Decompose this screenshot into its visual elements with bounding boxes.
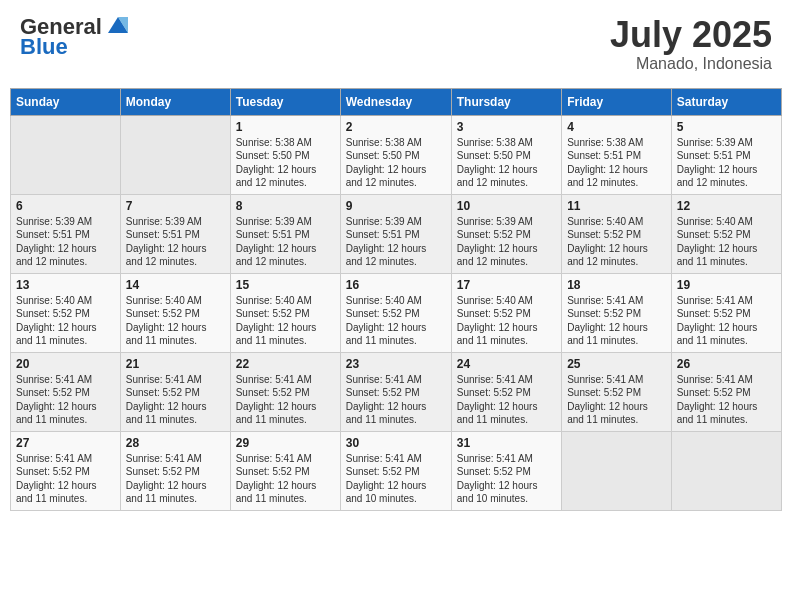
logo: General Blue [20, 15, 132, 59]
calendar-table: SundayMondayTuesdayWednesdayThursdayFrid… [10, 88, 782, 511]
day-detail: Sunrise: 5:38 AM Sunset: 5:50 PM Dayligh… [457, 136, 556, 190]
day-number: 13 [16, 278, 115, 292]
day-number: 5 [677, 120, 776, 134]
calendar-cell: 29Sunrise: 5:41 AM Sunset: 5:52 PM Dayli… [230, 431, 340, 510]
day-number: 24 [457, 357, 556, 371]
day-detail: Sunrise: 5:41 AM Sunset: 5:52 PM Dayligh… [567, 373, 666, 427]
calendar-cell: 15Sunrise: 5:40 AM Sunset: 5:52 PM Dayli… [230, 273, 340, 352]
calendar-cell [11, 115, 121, 194]
day-number: 6 [16, 199, 115, 213]
calendar-cell: 11Sunrise: 5:40 AM Sunset: 5:52 PM Dayli… [562, 194, 672, 273]
calendar-cell: 9Sunrise: 5:39 AM Sunset: 5:51 PM Daylig… [340, 194, 451, 273]
calendar-cell [671, 431, 781, 510]
day-detail: Sunrise: 5:40 AM Sunset: 5:52 PM Dayligh… [16, 294, 115, 348]
day-detail: Sunrise: 5:40 AM Sunset: 5:52 PM Dayligh… [236, 294, 335, 348]
month-title: July 2025 [610, 15, 772, 55]
page-header: General Blue July 2025 Manado, Indonesia [10, 10, 782, 78]
calendar-week-row: 27Sunrise: 5:41 AM Sunset: 5:52 PM Dayli… [11, 431, 782, 510]
day-detail: Sunrise: 5:40 AM Sunset: 5:52 PM Dayligh… [567, 215, 666, 269]
day-detail: Sunrise: 5:39 AM Sunset: 5:51 PM Dayligh… [236, 215, 335, 269]
calendar-week-row: 13Sunrise: 5:40 AM Sunset: 5:52 PM Dayli… [11, 273, 782, 352]
day-detail: Sunrise: 5:41 AM Sunset: 5:52 PM Dayligh… [126, 373, 225, 427]
day-detail: Sunrise: 5:41 AM Sunset: 5:52 PM Dayligh… [126, 452, 225, 506]
day-detail: Sunrise: 5:39 AM Sunset: 5:51 PM Dayligh… [126, 215, 225, 269]
day-number: 10 [457, 199, 556, 213]
day-detail: Sunrise: 5:40 AM Sunset: 5:52 PM Dayligh… [126, 294, 225, 348]
calendar-cell: 31Sunrise: 5:41 AM Sunset: 5:52 PM Dayli… [451, 431, 561, 510]
calendar-cell: 28Sunrise: 5:41 AM Sunset: 5:52 PM Dayli… [120, 431, 230, 510]
logo-text: General Blue [20, 15, 132, 59]
logo-blue: Blue [20, 35, 132, 59]
calendar-week-row: 6Sunrise: 5:39 AM Sunset: 5:51 PM Daylig… [11, 194, 782, 273]
calendar-cell [120, 115, 230, 194]
day-number: 27 [16, 436, 115, 450]
calendar-cell: 18Sunrise: 5:41 AM Sunset: 5:52 PM Dayli… [562, 273, 672, 352]
day-detail: Sunrise: 5:41 AM Sunset: 5:52 PM Dayligh… [457, 452, 556, 506]
day-number: 2 [346, 120, 446, 134]
calendar-cell: 7Sunrise: 5:39 AM Sunset: 5:51 PM Daylig… [120, 194, 230, 273]
location: Manado, Indonesia [610, 55, 772, 73]
calendar-header-row: SundayMondayTuesdayWednesdayThursdayFrid… [11, 88, 782, 115]
calendar-cell: 17Sunrise: 5:40 AM Sunset: 5:52 PM Dayli… [451, 273, 561, 352]
day-detail: Sunrise: 5:41 AM Sunset: 5:52 PM Dayligh… [677, 294, 776, 348]
day-detail: Sunrise: 5:41 AM Sunset: 5:52 PM Dayligh… [457, 373, 556, 427]
day-number: 11 [567, 199, 666, 213]
column-header-wednesday: Wednesday [340, 88, 451, 115]
title-block: July 2025 Manado, Indonesia [610, 15, 772, 73]
day-detail: Sunrise: 5:41 AM Sunset: 5:52 PM Dayligh… [236, 452, 335, 506]
day-detail: Sunrise: 5:40 AM Sunset: 5:52 PM Dayligh… [457, 294, 556, 348]
calendar-cell: 13Sunrise: 5:40 AM Sunset: 5:52 PM Dayli… [11, 273, 121, 352]
column-header-tuesday: Tuesday [230, 88, 340, 115]
day-detail: Sunrise: 5:38 AM Sunset: 5:50 PM Dayligh… [346, 136, 446, 190]
calendar-cell: 1Sunrise: 5:38 AM Sunset: 5:50 PM Daylig… [230, 115, 340, 194]
day-number: 20 [16, 357, 115, 371]
day-number: 1 [236, 120, 335, 134]
calendar-cell: 21Sunrise: 5:41 AM Sunset: 5:52 PM Dayli… [120, 352, 230, 431]
day-number: 3 [457, 120, 556, 134]
day-number: 4 [567, 120, 666, 134]
day-number: 9 [346, 199, 446, 213]
day-detail: Sunrise: 5:41 AM Sunset: 5:52 PM Dayligh… [16, 373, 115, 427]
calendar-cell: 16Sunrise: 5:40 AM Sunset: 5:52 PM Dayli… [340, 273, 451, 352]
day-detail: Sunrise: 5:38 AM Sunset: 5:50 PM Dayligh… [236, 136, 335, 190]
day-number: 21 [126, 357, 225, 371]
calendar-cell: 27Sunrise: 5:41 AM Sunset: 5:52 PM Dayli… [11, 431, 121, 510]
calendar-cell: 30Sunrise: 5:41 AM Sunset: 5:52 PM Dayli… [340, 431, 451, 510]
day-detail: Sunrise: 5:41 AM Sunset: 5:52 PM Dayligh… [567, 294, 666, 348]
day-number: 17 [457, 278, 556, 292]
day-number: 31 [457, 436, 556, 450]
calendar-cell: 25Sunrise: 5:41 AM Sunset: 5:52 PM Dayli… [562, 352, 672, 431]
logo-icon [104, 13, 132, 37]
calendar-cell: 14Sunrise: 5:40 AM Sunset: 5:52 PM Dayli… [120, 273, 230, 352]
calendar-cell: 20Sunrise: 5:41 AM Sunset: 5:52 PM Dayli… [11, 352, 121, 431]
calendar-cell: 26Sunrise: 5:41 AM Sunset: 5:52 PM Dayli… [671, 352, 781, 431]
day-detail: Sunrise: 5:41 AM Sunset: 5:52 PM Dayligh… [346, 373, 446, 427]
day-number: 8 [236, 199, 335, 213]
day-number: 25 [567, 357, 666, 371]
day-detail: Sunrise: 5:40 AM Sunset: 5:52 PM Dayligh… [677, 215, 776, 269]
column-header-sunday: Sunday [11, 88, 121, 115]
day-number: 14 [126, 278, 225, 292]
calendar-cell: 10Sunrise: 5:39 AM Sunset: 5:52 PM Dayli… [451, 194, 561, 273]
day-number: 18 [567, 278, 666, 292]
day-number: 16 [346, 278, 446, 292]
day-detail: Sunrise: 5:41 AM Sunset: 5:52 PM Dayligh… [236, 373, 335, 427]
calendar-cell: 8Sunrise: 5:39 AM Sunset: 5:51 PM Daylig… [230, 194, 340, 273]
day-number: 12 [677, 199, 776, 213]
column-header-monday: Monday [120, 88, 230, 115]
day-number: 22 [236, 357, 335, 371]
day-detail: Sunrise: 5:39 AM Sunset: 5:51 PM Dayligh… [16, 215, 115, 269]
day-number: 30 [346, 436, 446, 450]
day-detail: Sunrise: 5:39 AM Sunset: 5:52 PM Dayligh… [457, 215, 556, 269]
calendar-cell: 5Sunrise: 5:39 AM Sunset: 5:51 PM Daylig… [671, 115, 781, 194]
calendar-cell [562, 431, 672, 510]
calendar-cell: 4Sunrise: 5:38 AM Sunset: 5:51 PM Daylig… [562, 115, 672, 194]
day-detail: Sunrise: 5:41 AM Sunset: 5:52 PM Dayligh… [16, 452, 115, 506]
calendar-cell: 12Sunrise: 5:40 AM Sunset: 5:52 PM Dayli… [671, 194, 781, 273]
calendar-cell: 3Sunrise: 5:38 AM Sunset: 5:50 PM Daylig… [451, 115, 561, 194]
calendar-cell: 19Sunrise: 5:41 AM Sunset: 5:52 PM Dayli… [671, 273, 781, 352]
column-header-saturday: Saturday [671, 88, 781, 115]
day-number: 7 [126, 199, 225, 213]
day-number: 19 [677, 278, 776, 292]
day-detail: Sunrise: 5:38 AM Sunset: 5:51 PM Dayligh… [567, 136, 666, 190]
